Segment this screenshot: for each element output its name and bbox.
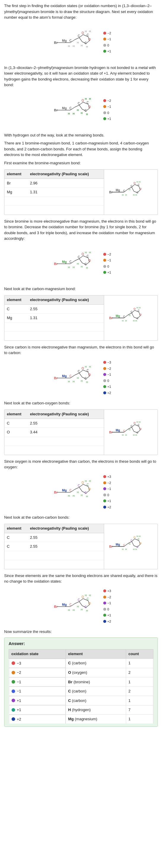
- svg-text:Mg: Mg: [62, 39, 67, 42]
- svg-text:Br: Br: [109, 431, 112, 434]
- svg-text:H: H: [77, 605, 79, 608]
- svg-line-34: [79, 105, 82, 109]
- answer-box: Answer: oxidation state element count −3…: [4, 638, 158, 727]
- svg-line-124: [75, 373, 79, 375]
- bond-table-c-c: element electronegativity (Pauling scale…: [4, 524, 158, 569]
- svg-text:H: H: [86, 267, 88, 270]
- oxidation-state-cell: −3: [9, 659, 65, 668]
- element-cell: O (oxygen): [65, 668, 126, 677]
- svg-text:H H: H H: [136, 535, 141, 538]
- svg-text:H: H: [122, 434, 124, 436]
- table-row: Br 2.96: [4, 179, 104, 188]
- para9: Next look at the carbon-oxygen bonds:: [4, 400, 158, 406]
- summary-row: +1 H (hydrogen) 7: [9, 705, 154, 715]
- svg-text:O: O: [82, 99, 84, 102]
- svg-line-107: [132, 313, 134, 317]
- svg-text:H: H: [68, 45, 70, 48]
- svg-text:C: C: [123, 315, 125, 318]
- svg-text:H: H: [73, 266, 75, 269]
- svg-line-155: [132, 427, 134, 431]
- molecule-final: Br Mg C C O C O C H H H H H H H +3 −2 −1…: [4, 587, 158, 626]
- oxidation-state-cell: +1: [9, 696, 65, 706]
- svg-text:C: C: [85, 377, 87, 380]
- svg-text:H: H: [129, 542, 131, 545]
- col-element-header3: element: [4, 410, 28, 418]
- svg-text:H: H: [73, 494, 75, 497]
- svg-text:H: H: [73, 609, 75, 612]
- oxidation-state-cell: +2: [9, 715, 65, 724]
- svg-text:H: H: [81, 608, 83, 611]
- svg-text:H: H: [89, 30, 91, 33]
- svg-text:H H: H H: [133, 548, 137, 551]
- svg-text:H: H: [129, 188, 131, 191]
- svg-text:O: O: [88, 488, 91, 491]
- en-C-co: 2.55: [28, 418, 104, 428]
- svg-text:H: H: [68, 494, 70, 497]
- en-Mg: 1.31: [28, 188, 104, 197]
- summary-row: −1 C (carbon) 2: [9, 686, 154, 696]
- count-cell: 2: [126, 686, 153, 696]
- svg-text:O: O: [134, 307, 136, 310]
- svg-text:H: H: [77, 377, 79, 379]
- svg-text:Br: Br: [54, 41, 58, 44]
- svg-text:C: C: [138, 183, 140, 186]
- svg-text:H: H: [73, 45, 75, 48]
- en-C-cmg: 2.55: [28, 304, 104, 313]
- summary-row: −1 Br (bromine) 1: [9, 677, 154, 687]
- svg-text:O: O: [88, 259, 91, 262]
- state-value: −2: [17, 670, 21, 676]
- svg-text:Br: Br: [109, 316, 112, 320]
- svg-text:H: H: [89, 479, 91, 483]
- summary-col-state: oxidation state: [9, 650, 66, 659]
- table-row-empty: [4, 206, 104, 215]
- svg-text:C: C: [85, 491, 87, 494]
- element-cell: C (carbon): [65, 686, 126, 696]
- intro-para2: In (1,3–dioxolan–2–ylmethyl)magnesium br…: [4, 65, 158, 88]
- para6: Since bromine is more electronegative th…: [4, 218, 158, 242]
- svg-text:H: H: [125, 434, 127, 436]
- svg-text:C: C: [70, 39, 72, 42]
- en-C1-cc: 2.55: [28, 533, 104, 542]
- svg-text:H: H: [81, 44, 83, 47]
- svg-text:H: H: [125, 548, 127, 551]
- svg-text:H: H: [89, 97, 91, 100]
- svg-line-203: [132, 541, 134, 546]
- legend-after-c-o: +3 −2 −1 0 +1 +2: [103, 474, 111, 510]
- bond-table-c-o: element electronegativity (Pauling scale…: [4, 409, 158, 455]
- oxidation-state-cell: −1: [9, 686, 65, 696]
- element-O-co: O: [4, 428, 28, 437]
- state-value: −1: [17, 679, 21, 685]
- svg-text:Mg: Mg: [62, 374, 67, 378]
- element-Mg-cmg: Mg: [4, 313, 28, 323]
- svg-text:C: C: [78, 598, 80, 601]
- svg-text:H: H: [86, 45, 88, 48]
- svg-text:C: C: [87, 369, 89, 372]
- svg-text:O: O: [139, 542, 141, 545]
- table-row: C 2.55: [4, 542, 104, 551]
- oxidation-state-cell: −2: [9, 668, 65, 677]
- svg-text:H: H: [122, 548, 124, 551]
- element-C2-cc: C: [4, 542, 28, 551]
- svg-text:H H: H H: [133, 194, 137, 196]
- svg-text:Mg: Mg: [62, 106, 67, 110]
- svg-text:C: C: [70, 106, 72, 110]
- count-cell: 2: [126, 668, 153, 677]
- svg-text:H: H: [77, 108, 79, 112]
- count-cell: 1: [126, 658, 153, 668]
- table-row: C 2.55: [4, 533, 104, 542]
- svg-text:O: O: [82, 481, 84, 484]
- molecule-after-c-mg: Br Mg C C O C O C H H H H H H H −3 −2 −1…: [4, 359, 158, 397]
- para5: First examine the bromine-magnesium bond…: [4, 160, 158, 166]
- col-en-header2: electronegativity (Pauling scale): [28, 296, 104, 304]
- svg-line-226: [79, 601, 82, 606]
- svg-text:C: C: [70, 489, 72, 492]
- answer-label: Answer:: [8, 641, 154, 647]
- svg-text:H: H: [77, 41, 79, 44]
- col-en-header3: electronegativity (Pauling scale): [28, 410, 104, 418]
- svg-text:C: C: [87, 483, 89, 487]
- svg-text:C: C: [123, 429, 125, 432]
- element-cell: C (carbon): [65, 696, 126, 706]
- svg-text:C: C: [85, 606, 87, 609]
- svg-text:Mg: Mg: [116, 429, 120, 432]
- svg-text:H: H: [68, 609, 70, 612]
